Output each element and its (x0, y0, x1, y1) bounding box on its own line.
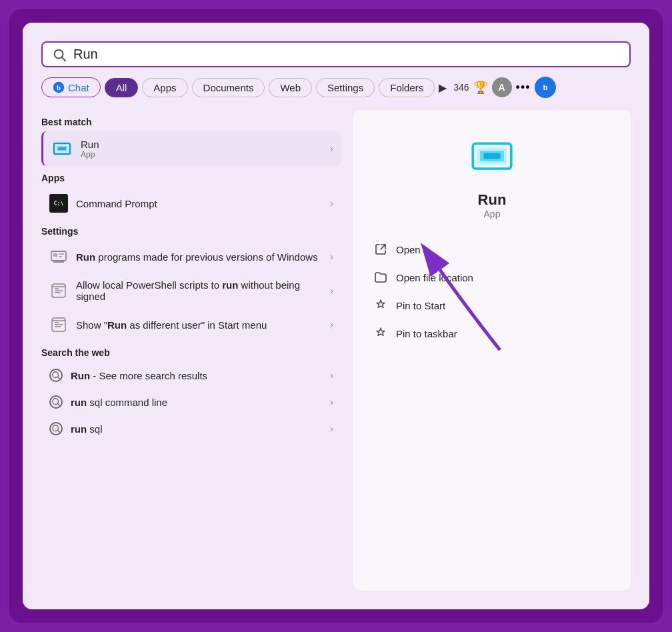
setting-run-programs-name: Run programs made for previous versions … (76, 251, 322, 263)
svg-line-33 (381, 245, 385, 249)
apps-section-header: Apps (41, 173, 341, 183)
bing-icon-chat: b (53, 81, 65, 93)
app-detail-header: Run App (369, 130, 615, 219)
more-filters-icon[interactable]: ▶ (439, 81, 447, 94)
search-bar[interactable] (41, 41, 631, 67)
tab-documents[interactable]: Documents (192, 78, 265, 97)
run-app-type: App (81, 150, 322, 159)
result-count: 346 (453, 82, 469, 93)
cmd-text: Command Prompt (76, 198, 322, 209)
search-input[interactable] (73, 47, 620, 62)
search-icon (52, 47, 67, 62)
web-run-name: Run - See more search results (71, 370, 322, 381)
run-app-chevron: › (330, 143, 333, 154)
filter-row: b Chat All Apps Documents Web Settings (41, 77, 631, 98)
web1-chevron: › (330, 370, 333, 381)
setting-run-programs[interactable]: Run programs made for previous versions … (41, 241, 341, 273)
open-location-icon (373, 270, 388, 285)
web-run-sql-text: run sql command line (71, 397, 322, 408)
svg-rect-7 (58, 147, 66, 150)
left-panel: Best match Run App › (41, 110, 341, 591)
svg-rect-32 (483, 153, 500, 159)
setting-powershell-name: Allow local PowerShell scripts to run wi… (76, 279, 322, 302)
svg-rect-9 (53, 253, 57, 257)
web-run-sql-name: run sql command line (71, 397, 322, 408)
cmd-chevron: › (330, 198, 333, 209)
web-run-sql-short-name: run sql (71, 423, 322, 435)
action-pin-taskbar[interactable]: Pin to taskbar (369, 319, 615, 347)
web-search-icon-1 (49, 369, 63, 382)
svg-line-24 (57, 377, 59, 379)
svg-line-28 (57, 430, 59, 432)
tab-chat[interactable]: b Chat (41, 77, 101, 97)
open-location-label: Open file location (396, 272, 473, 283)
svg-text:b: b (57, 84, 61, 91)
pin-taskbar-icon (373, 326, 388, 341)
setting-powershell[interactable]: Allow local PowerShell scripts to run wi… (41, 273, 341, 309)
web3-chevron: › (330, 423, 333, 434)
svg-line-1 (62, 57, 65, 61)
web-search-icon-3 (49, 422, 63, 435)
run-app-text: Run App (81, 139, 322, 159)
open-label: Open (396, 244, 421, 255)
bing-circle-icon: b (539, 81, 552, 94)
svg-text:b: b (543, 83, 547, 91)
run-app-icon (51, 138, 73, 159)
tab-web[interactable]: Web (269, 78, 312, 97)
pin-start-label: Pin to Start (396, 300, 445, 311)
pin-start-icon (373, 298, 388, 313)
setting-powershell-text: Allow local PowerShell scripts to run wi… (76, 279, 322, 302)
setting-show-run-text: Show "Run as different user" in Start me… (76, 319, 322, 331)
tab-settings[interactable]: Settings (316, 78, 375, 97)
setting3-chevron: › (330, 319, 333, 330)
run-app-name: Run (81, 139, 322, 150)
setting-icon-2 (49, 281, 68, 300)
setting-run-programs-text: Run programs made for previous versions … (76, 251, 322, 263)
web-run-sql-short-text: run sql (71, 423, 322, 435)
avatar[interactable]: A (492, 77, 512, 97)
setting1-chevron: › (330, 251, 333, 262)
search-window: b Chat All Apps Documents Web Settings (23, 23, 649, 609)
web-run-text: Run - See more search results (71, 370, 322, 381)
open-icon (373, 242, 388, 257)
tab-folders[interactable]: Folders (379, 78, 435, 97)
cmd-name: Command Prompt (76, 198, 322, 209)
setting-icon-1 (49, 247, 68, 266)
app-detail-type: App (484, 209, 501, 219)
bing-circle-button[interactable]: b (535, 77, 556, 98)
svg-line-26 (57, 403, 59, 405)
best-match-run[interactable]: Run App › (41, 131, 341, 166)
outer-background: b Chat All Apps Documents Web Settings (9, 9, 663, 623)
svg-rect-10 (59, 253, 64, 255)
web-search-icon-2 (49, 395, 63, 409)
setting2-chevron: › (330, 285, 333, 296)
app-big-icon (465, 130, 519, 183)
tab-all[interactable]: All (105, 78, 139, 97)
right-panel: Run App Open (353, 110, 631, 591)
best-match-header: Best match (41, 117, 341, 127)
tab-apps[interactable]: Apps (142, 78, 187, 97)
right-panel-container: Run App Open (353, 110, 631, 591)
settings-section-header: Settings (41, 226, 341, 237)
web-run-sql-item[interactable]: run sql command line › (41, 389, 341, 415)
setting-icon-3 (49, 315, 68, 334)
trophy-icon[interactable]: 🏆 (473, 80, 488, 95)
web-section-header: Search the web (41, 347, 341, 358)
action-open[interactable]: Open (369, 235, 615, 263)
web2-chevron: › (330, 397, 333, 407)
setting-show-run-name: Show "Run as different user" in Start me… (76, 319, 322, 331)
svg-rect-11 (59, 256, 62, 257)
web-run-item[interactable]: Run - See more search results › (41, 362, 341, 389)
action-open-location[interactable]: Open file location (369, 263, 615, 291)
setting-show-run[interactable]: Show "Run as different user" in Start me… (41, 309, 341, 341)
app-detail-name: Run (478, 191, 507, 209)
action-pin-start[interactable]: Pin to Start (369, 291, 615, 319)
command-prompt-item[interactable]: C:\ Command Prompt › (41, 187, 341, 219)
more-options-icon[interactable]: ••• (516, 81, 531, 95)
pin-taskbar-label: Pin to taskbar (396, 328, 457, 339)
web-run-sql-short-item[interactable]: run sql › (41, 415, 341, 442)
cmd-icon: C:\ (49, 194, 68, 213)
main-content: Best match Run App › (41, 110, 631, 591)
